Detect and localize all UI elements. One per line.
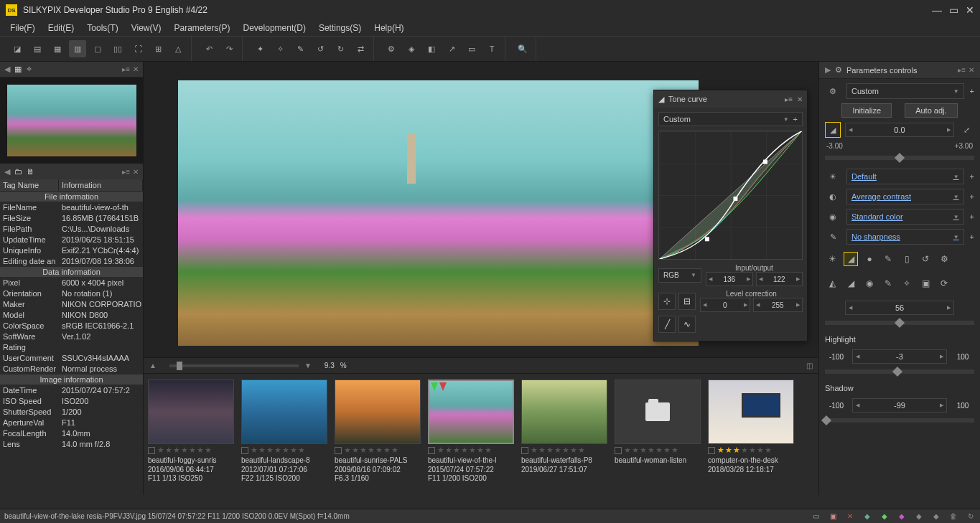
wb-plus-icon[interactable]: + — [970, 172, 974, 181]
fit-icon[interactable]: ◫ — [806, 362, 813, 369]
rating-stars[interactable]: ★★★★★★★ — [708, 444, 794, 456]
thumb-checkbox[interactable] — [335, 447, 342, 454]
marker-icon[interactable]: ◈ — [403, 40, 420, 57]
exposure-reset-icon[interactable]: ⤢ — [958, 126, 974, 135]
close-icon[interactable]: ✕ — [966, 4, 974, 16]
tone-preset-add-icon[interactable]: + — [793, 115, 798, 123]
curve-linear-icon[interactable]: ╱ — [658, 316, 676, 333]
tool-sun-icon[interactable]: ☀ — [825, 252, 839, 266]
close-panel-icon[interactable]: ✕ — [133, 65, 139, 73]
color-select[interactable]: Standard color▼ — [846, 209, 964, 225]
sharp-select[interactable]: No sharpness▼ — [846, 229, 964, 245]
menu-view[interactable]: View(V) — [126, 22, 167, 34]
thumbnail-strip[interactable]: ★★★★★★★beautiful-foggy-sunris2016/09/06 … — [144, 373, 818, 495]
zoom-in-icon[interactable]: ▼ — [304, 362, 312, 369]
add-preset-icon[interactable]: + — [970, 87, 974, 95]
exposure-value[interactable]: ◀0.0▶ — [845, 123, 954, 137]
search-icon[interactable]: 🔍 — [514, 40, 531, 57]
tone-curve-graph[interactable] — [658, 131, 803, 260]
curve-s-icon[interactable]: ∿ — [678, 316, 696, 333]
thumb-checkbox[interactable] — [428, 447, 435, 454]
redo-icon[interactable]: ↷ — [220, 40, 238, 57]
monitor-icon[interactable]: ▭ — [463, 40, 480, 57]
exposure-slider[interactable] — [825, 156, 974, 160]
tool-gear-icon[interactable]: ⚙ — [937, 252, 951, 266]
sharp-icon[interactable]: ✎ — [825, 229, 841, 245]
preset-select[interactable]: Custom▼ — [846, 83, 964, 99]
thumbnail[interactable]: ★★★★★★★computer-on-the-desk2018/03/28 12… — [708, 380, 794, 489]
status-trash-icon[interactable]: 🗑 — [948, 512, 958, 522]
highlight-value[interactable]: ◀-3▶ — [852, 349, 947, 364]
chevron-left-icon[interactable]: ◀ — [4, 65, 10, 74]
thumb-checkbox[interactable] — [521, 447, 528, 454]
close-panel-icon[interactable]: ✕ — [797, 95, 803, 103]
zoom-out-icon[interactable]: ▲ — [149, 362, 157, 369]
rating-stars[interactable]: ★★★★★★★ — [335, 444, 421, 456]
thumbnail[interactable]: ★★★★★★★beautiful-woman-listen — [615, 380, 701, 489]
status-mark3-icon[interactable]: ◆ — [897, 512, 907, 522]
chevron-left-icon[interactable]: ◀ — [4, 167, 10, 176]
thumb-checkbox[interactable] — [708, 447, 715, 454]
tool-crop-icon[interactable]: ▣ — [918, 276, 933, 291]
tool-e-icon[interactable]: ✧ — [900, 276, 914, 291]
rotate-left-icon[interactable]: ↺ — [312, 40, 329, 57]
level-hi[interactable]: ◀255▶ — [753, 298, 803, 312]
nav-brush-icon[interactable]: ✧ — [26, 65, 32, 74]
status-mark4-icon[interactable]: ◆ — [914, 512, 924, 522]
tool-pen-icon[interactable]: ✎ — [881, 252, 895, 266]
thumb-checkbox[interactable] — [615, 447, 622, 454]
collapse-icon[interactable]: ▸≡ — [958, 66, 966, 74]
tone-preset-select[interactable]: Custom▼+ — [658, 112, 803, 126]
highlight-slider[interactable] — [825, 369, 974, 374]
point-del-icon[interactable]: ⊟ — [678, 293, 696, 310]
auto-adj-button[interactable]: Auto adj. — [905, 103, 957, 118]
color-icon[interactable]: ◉ — [825, 209, 841, 225]
contrast-icon[interactable]: ◐ — [825, 189, 841, 204]
rotate-right-icon[interactable]: ↻ — [332, 40, 349, 57]
fullscreen-icon[interactable]: ⛶ — [129, 40, 146, 57]
rating-stars[interactable]: ★★★★★★★ — [148, 444, 234, 456]
rating-stars[interactable]: ★★★★★★★ — [521, 444, 607, 456]
grid-icon[interactable]: ▦ — [49, 40, 66, 57]
tool-c-icon[interactable]: ◉ — [862, 276, 877, 291]
collapse-icon[interactable]: ▸≡ — [785, 95, 793, 103]
flip-icon[interactable]: ⇄ — [352, 40, 369, 57]
sharp-plus-icon[interactable]: + — [970, 232, 974, 241]
minimize-icon[interactable]: — — [932, 4, 942, 16]
shadow-value[interactable]: ◀-99▶ — [852, 398, 947, 413]
tool-d-icon[interactable]: ✎ — [881, 276, 895, 291]
menu-help[interactable]: Help(H) — [368, 22, 409, 34]
brush-2-icon[interactable]: ✧ — [271, 40, 289, 57]
tool-sphere-icon[interactable]: ● — [862, 252, 877, 266]
brush-1-icon[interactable]: ✦ — [251, 40, 269, 57]
undo-icon[interactable]: ↶ — [200, 40, 218, 57]
collapse-icon[interactable]: ▸≡ — [122, 168, 130, 176]
text-icon[interactable]: T — [483, 40, 500, 57]
export-icon[interactable]: ↗ — [443, 40, 460, 57]
eraser-icon[interactable]: ◧ — [423, 40, 440, 57]
status-copy-icon[interactable]: ▣ — [828, 512, 838, 522]
thumb-checkbox[interactable] — [148, 447, 155, 454]
folder-icon[interactable]: 🗀 — [14, 167, 22, 176]
col-tag-name[interactable]: Tag Name — [0, 179, 59, 191]
menu-file[interactable]: File(F) — [4, 22, 41, 34]
layout-2-icon[interactable]: ▤ — [29, 40, 46, 57]
tool-reset-icon[interactable]: ↺ — [918, 252, 933, 266]
menu-development[interactable]: Development(D) — [238, 22, 312, 34]
thumbnail[interactable]: ★★★★★★★beautiful-view-of-the-l2015/07/24… — [428, 380, 514, 489]
output-value[interactable]: ◀122▶ — [756, 272, 803, 286]
brush-3-icon[interactable]: ✎ — [291, 40, 309, 57]
rating-stars[interactable]: ★★★★★★★ — [241, 444, 327, 456]
info-icon[interactable]: 🗎 — [27, 167, 34, 176]
menu-tools[interactable]: Tools(T) — [81, 22, 123, 34]
status-mark5-icon[interactable]: ◆ — [931, 512, 941, 522]
color-plus-icon[interactable]: + — [970, 212, 974, 221]
table-icon[interactable]: ⊞ — [149, 40, 167, 57]
contrast-plus-icon[interactable]: + — [970, 192, 974, 201]
thumbnail[interactable]: ★★★★★★★beautiful-foggy-sunris2016/09/06 … — [148, 380, 234, 489]
value-56-slider[interactable] — [825, 321, 974, 325]
contrast-select[interactable]: Average contrast▼ — [846, 189, 964, 204]
thumbnail[interactable]: ★★★★★★★beautiful-landscape-82012/07/01 0… — [241, 380, 327, 489]
status-x-icon[interactable]: ✕ — [845, 512, 855, 522]
rgb-select[interactable]: RGB▼ — [658, 268, 701, 283]
